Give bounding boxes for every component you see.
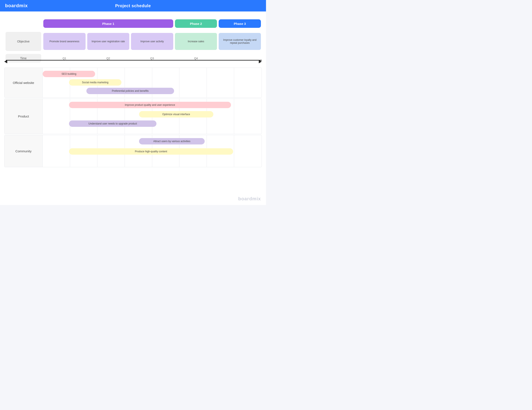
objective-row: Objective Promote brand awareness Improv… [4, 30, 262, 52]
logo: boardmix [5, 3, 28, 9]
task-seo-building: SEO building [43, 71, 95, 77]
product-label: Product [4, 99, 43, 134]
grid-col-8 [234, 68, 262, 98]
objective-label: Objective [6, 32, 41, 51]
grid-col-c1 [43, 135, 70, 167]
obj-3-cell: Improve user activity [130, 30, 174, 52]
phase-1-cell: Phase 1 [42, 19, 174, 28]
task-social-media: Social media marketing [69, 79, 122, 86]
official-website-area: SEO building Social media marketing Pref… [43, 68, 262, 98]
grid-col-6 [179, 68, 207, 98]
gantt-row-official-website: Official website SEO building [4, 68, 262, 98]
grid-col-c8 [234, 135, 262, 167]
arrow-head-left [4, 60, 7, 63]
phase-3-cell: Phase 3 [218, 19, 262, 28]
obj-5-cell: Improve customer loyalty and repeat purc… [218, 30, 262, 52]
phase-row: Phase 1 Phase 2 Phase 3 [4, 17, 262, 30]
arrow-row [4, 60, 262, 67]
arrow-line [6, 60, 262, 60]
page-title: Project schedule [115, 3, 151, 8]
header: boardmix Project schedule [0, 0, 266, 11]
arrow-head-right [259, 60, 262, 63]
community-label: Community [4, 135, 43, 167]
grid-col-p8 [234, 99, 262, 134]
obj-4-card: Increase sales [175, 33, 217, 50]
grid-col-p1 [43, 99, 70, 134]
obj-2-card: Improve user registration rate [87, 33, 130, 50]
task-attract-users: Attract users by various activities [139, 138, 205, 145]
time-row: Time Q1 Q2 Q3 Q4 [4, 53, 262, 60]
page: boardmix Project schedule Phase 1 Phase … [0, 0, 266, 205]
product-area: Improve product quality and user experie… [43, 99, 262, 134]
watermark: boardmix [238, 196, 261, 202]
obj-2-cell: Improve user registration rate [86, 30, 130, 52]
content-area: Phase 1 Phase 2 Phase 3 Objective [0, 11, 266, 167]
phase-2-badge: Phase 2 [175, 19, 217, 28]
grid-col-7 [207, 68, 234, 98]
official-website-label: Official website [4, 68, 43, 98]
gantt-row-community: Community Attract users by various activ… [4, 135, 262, 167]
phase-2-cell: Phase 2 [174, 19, 218, 28]
task-preferential-policies: Preferential policies and benefits [86, 88, 174, 94]
task-improve-product: Improve product quality and user experie… [69, 102, 231, 108]
task-optimize-visual: Optimize visual interface [139, 111, 214, 117]
task-produce-content: Produce high-quality content [69, 148, 233, 155]
task-understand-user-needs: Understand user needs to upgrade product [69, 120, 156, 127]
obj-5-card: Improve customer loyalty and repeat purc… [219, 33, 261, 50]
phase-1-badge: Phase 1 [43, 19, 173, 28]
obj-1-card: Promote brand awareness [43, 33, 86, 50]
obj-4-cell: Increase sales [174, 30, 218, 52]
community-area: Attract users by various activities Prod… [43, 135, 262, 167]
gantt-row-product: Product Improve product quality and user… [4, 98, 262, 134]
obj-3-card: Improve user activity [131, 33, 173, 50]
phase-3-badge: Phase 3 [219, 19, 261, 28]
obj-1-cell: Promote brand awareness [42, 30, 86, 52]
